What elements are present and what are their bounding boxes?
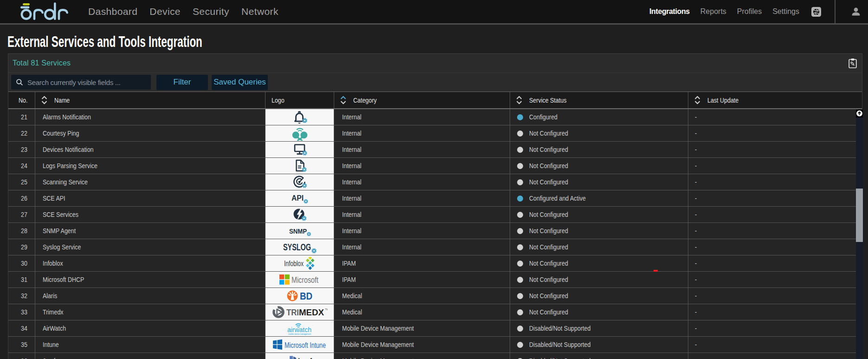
- user-icon[interactable]: [850, 6, 862, 17]
- row-category-text: Mobile Device Management: [342, 357, 414, 359]
- row-number: 36: [8, 353, 35, 359]
- row-category-text: Internal: [342, 243, 362, 251]
- svg-text:TRI: TRI: [286, 308, 299, 317]
- row-last-update: -: [688, 304, 862, 320]
- nav-item-network[interactable]: Network: [241, 6, 279, 17]
- column-header-category[interactable]: Category: [334, 92, 510, 108]
- row-number: 33: [8, 304, 35, 320]
- row-number: 31: [8, 272, 35, 287]
- row-name: Devices Notification: [35, 142, 266, 157]
- sort-icon: [41, 95, 47, 105]
- table-row[interactable]: 22Courtesy PingInternalNot Configured-: [8, 125, 862, 142]
- row-last-update: -: [688, 207, 862, 222]
- row-service-status: Not Configured: [510, 158, 688, 174]
- devices-notification-logo: [266, 142, 334, 157]
- row-number: 30: [8, 255, 35, 271]
- filter-button[interactable]: Filter: [156, 75, 208, 90]
- svg-text:MEDX: MEDX: [299, 308, 324, 317]
- page-title: External Services and Tools Integration: [7, 33, 202, 51]
- column-header-no: No.: [8, 92, 35, 108]
- row-number-text: 32: [21, 292, 27, 300]
- column-header-logo: Logo: [266, 92, 334, 108]
- row-last-update-text: -: [695, 227, 697, 235]
- row-category: Mobile Device Management: [334, 320, 510, 336]
- row-name: Jamf: [35, 353, 266, 359]
- nav-item-profiles[interactable]: Profiles: [737, 7, 762, 16]
- row-name-text: Jamf: [43, 357, 55, 359]
- row-name: SNMP Agent: [35, 223, 266, 239]
- row-category: Internal: [334, 174, 510, 190]
- table-row[interactable]: 33TrimedxTRIMEDXTMMedicalNot Configured-: [8, 304, 862, 320]
- sort-icon: [694, 95, 700, 105]
- table-row[interactable]: 26SCE APIAPIInternalConfigured and Activ…: [8, 190, 862, 207]
- row-number-text: 21: [21, 113, 27, 121]
- table-row[interactable]: 31Microsoft DHCPMicrosoftIPAMNot Configu…: [8, 272, 862, 288]
- table-row[interactable]: 29Syslog ServiceSYSLOGInternalNot Config…: [8, 239, 862, 255]
- status-dot: [517, 277, 523, 283]
- row-number-text: 35: [21, 341, 27, 348]
- row-service-status: Not Configured: [510, 272, 688, 287]
- svg-text:airwatch: airwatch: [287, 326, 311, 333]
- table-row[interactable]: 25Scanning ServiceInternalNot Configured…: [8, 174, 862, 190]
- ordr-logo-icon: [19, 1, 70, 22]
- snmp-agent-logo: SNMP: [266, 223, 334, 239]
- status-dot: [517, 163, 523, 169]
- status-text: Disabled/Not Supported: [529, 341, 590, 348]
- app-root: DashboardDeviceSecurityNetwork Integrati…: [0, 0, 868, 359]
- aperture-icon[interactable]: [811, 7, 821, 17]
- row-category-text: Internal: [342, 113, 362, 121]
- table-row[interactable]: 28SNMP AgentSNMPInternalNot Configured-: [8, 223, 862, 239]
- row-name: SCE Services: [35, 207, 266, 222]
- nav-item-reports[interactable]: Reports: [700, 7, 726, 16]
- row-number-text: 29: [21, 243, 27, 251]
- row-last-update: -: [688, 320, 862, 336]
- row-last-update: -: [688, 288, 862, 304]
- status-dot: [517, 228, 523, 234]
- table-row[interactable]: 34AirWatchairwatch´mobile device managem…: [8, 320, 862, 337]
- column-label: Service Status: [529, 97, 566, 104]
- table-row[interactable]: 36JamfjamfMobile Device ManagementDisabl…: [8, 353, 862, 359]
- row-last-update-text: -: [695, 341, 697, 348]
- status-text: Not Configured: [529, 308, 568, 316]
- nav-item-security[interactable]: Security: [193, 6, 229, 17]
- nav-item-integrations[interactable]: Integrations: [649, 7, 690, 16]
- table-body: 21Alarms NotificationInternalConfigured-…: [8, 109, 862, 359]
- saved-queries-button[interactable]: Saved Queries: [212, 75, 268, 90]
- nav-item-dashboard[interactable]: Dashboard: [88, 6, 137, 17]
- svg-text:Microsoft: Microsoft: [291, 275, 318, 285]
- row-category-text: Medical: [342, 292, 362, 300]
- clipboard-edit-icon[interactable]: [848, 58, 857, 69]
- table-row[interactable]: 21Alarms NotificationInternalConfigured-: [8, 109, 862, 125]
- table-row[interactable]: 27SCE ServicesInternalNot Configured-: [8, 207, 862, 223]
- row-number-text: 28: [21, 227, 27, 235]
- column-label: Category: [353, 97, 377, 104]
- row-name-text: Alarms Notification: [43, 113, 91, 121]
- row-category: Internal: [334, 125, 510, 141]
- row-service-status: Disabled/Not Supported: [510, 320, 688, 336]
- column-header-last-update[interactable]: Last Update: [688, 92, 862, 108]
- ordr-logo[interactable]: [19, 1, 70, 22]
- table-row[interactable]: 24Logs Parsing ServiceInternalNot Config…: [8, 158, 862, 174]
- table-row[interactable]: 35IntuneMicrosoft IntuneMobile Device Ma…: [8, 337, 862, 353]
- row-name: Alarms Notification: [35, 109, 266, 125]
- row-number: 27: [8, 207, 35, 222]
- table-row[interactable]: 32AlarisBDMedicalNot Configured-: [8, 288, 862, 304]
- nav-item-device[interactable]: Device: [149, 6, 181, 17]
- column-header-name[interactable]: Name: [35, 92, 266, 108]
- scroll-to-top-button[interactable]: [856, 110, 863, 117]
- table-row[interactable]: 30InfobloxInfobloxIPAMNot Configured-: [8, 255, 862, 272]
- scrollbar-thumb[interactable]: [856, 189, 863, 242]
- svg-text:SNMP: SNMP: [289, 227, 307, 235]
- search-input[interactable]: [27, 78, 146, 86]
- sort-icon: [340, 95, 346, 105]
- row-service-status: Not Configured: [510, 207, 688, 222]
- status-dot: [517, 131, 523, 137]
- infoblox-logo: Infoblox: [266, 255, 334, 271]
- table-row[interactable]: 23Devices NotificationInternalNot Config…: [8, 142, 862, 158]
- row-category-text: IPAM: [342, 276, 356, 283]
- row-name-text: SCE Services: [43, 211, 78, 218]
- nav-item-settings[interactable]: Settings: [772, 7, 799, 16]
- row-name-text: Logs Parsing Service: [43, 162, 97, 170]
- status-dot: [517, 212, 523, 218]
- column-header-status[interactable]: Service Status: [510, 92, 688, 108]
